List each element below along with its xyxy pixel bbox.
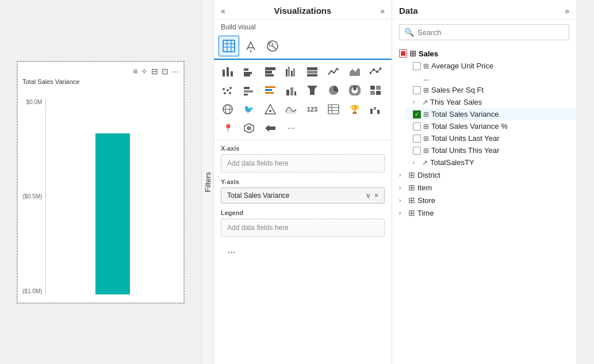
viz-icon-donut[interactable] (346, 81, 364, 99)
y-axis-chevron[interactable]: ∨ (366, 191, 371, 200)
filters-panel[interactable]: Filters (201, 0, 214, 364)
expand-time[interactable]: › (399, 210, 406, 216)
svg-rect-47 (370, 86, 375, 90)
viz-icon-globe[interactable] (219, 100, 237, 118)
viz-icon-100-bar[interactable] (303, 62, 321, 81)
viz-icon-scatter[interactable] (219, 81, 237, 99)
filter-icon[interactable]: ⊟ (151, 67, 158, 76)
viz-icon-bar2[interactable] (240, 81, 258, 99)
svg-rect-11 (231, 71, 233, 76)
field-average-unit-price[interactable]: ⊞ Average Unit Price (406, 60, 576, 72)
expand-this-year[interactable]: › (413, 99, 420, 105)
group-district[interactable]: › ⊞ District (392, 168, 576, 181)
svg-rect-40 (265, 92, 274, 94)
legend-dropzone[interactable]: Add data fields here (221, 219, 385, 237)
more-icon[interactable]: ··· (172, 67, 179, 76)
group-this-year-sales[interactable]: › ↗ This Year Sales (406, 96, 576, 108)
viz-icon-bird[interactable]: 🐦 (240, 100, 258, 118)
viz-icon-shape[interactable] (261, 100, 279, 118)
y-axis-filled[interactable]: Total Sales Variance ∨ × (221, 187, 385, 204)
viz-type-format[interactable] (240, 36, 261, 56)
viz-icon-arrows[interactable] (261, 119, 279, 137)
svg-rect-21 (293, 68, 295, 76)
svg-rect-12 (244, 68, 248, 71)
svg-rect-62 (377, 110, 380, 114)
viz-icon-trophy[interactable]: 🏆 (346, 100, 364, 118)
viz-icon-more[interactable]: ··· (282, 119, 300, 137)
group-store[interactable]: › ⊞ Store (392, 194, 576, 206)
cb-total-sales-var[interactable]: ✓ (413, 110, 421, 118)
viz-icon-123[interactable]: 123 (303, 100, 321, 118)
viz-type-analytics[interactable] (262, 36, 283, 56)
viz-icon-table2[interactable] (324, 100, 343, 118)
expand-icon[interactable]: ⊡ (162, 67, 168, 76)
field-total-units-this-year[interactable]: ⊞ Total Units This Year (406, 144, 576, 156)
viz-icon-matrix[interactable] (366, 81, 385, 99)
table-icon-district: ⊞ (408, 170, 415, 179)
field-total-sales-variance[interactable]: ✓ ⊞ Total Sales Variance (406, 108, 576, 120)
viz-icon-wave[interactable] (282, 100, 300, 118)
cb-tuty[interactable] (413, 147, 421, 155)
viz-icon-line[interactable] (324, 62, 343, 81)
field-total-units-last-year[interactable]: ⊞ Total Units Last Year (406, 132, 576, 144)
group-item[interactable]: › ⊞ Item (392, 181, 576, 194)
group-time[interactable]: › ⊞ Time (392, 206, 576, 219)
cb-sales-per-sq[interactable] (413, 86, 421, 94)
field-label-dots: ... (423, 74, 430, 82)
viz-icon-stacked-bar[interactable] (261, 62, 279, 81)
cb-average-unit-price[interactable] (413, 62, 421, 70)
cb-tsv-pct[interactable] (413, 122, 421, 131)
field-icon-tuty: ⊞ (423, 147, 429, 155)
viz-type-icons-row (214, 33, 392, 60)
chart-bar (95, 133, 130, 294)
svg-rect-16 (265, 71, 272, 74)
expand-store[interactable]: › (399, 197, 406, 204)
viz-icon-bar[interactable] (219, 62, 237, 81)
viz-collapse-btn[interactable]: « (221, 6, 225, 16)
x-axis-dropzone[interactable]: Add data fields here (221, 154, 385, 173)
viz-icon-map-pin[interactable]: 📍 (219, 119, 237, 137)
field-label-tsv-pct: Total Sales Variance % (431, 122, 508, 131)
data-search-box[interactable]: 🔍 (399, 24, 569, 40)
expand-district[interactable]: › (399, 172, 406, 178)
viz-icon-column[interactable] (240, 62, 258, 81)
sales-group-header[interactable]: ⊞ Sales (392, 47, 576, 60)
sales-checkbox-red[interactable] (399, 49, 407, 58)
field-dots[interactable]: ... (406, 72, 576, 84)
svg-rect-49 (370, 91, 375, 95)
viz-icon-column2[interactable] (282, 81, 300, 99)
viz-icon-pie[interactable] (324, 81, 343, 99)
svg-rect-38 (265, 86, 275, 88)
cb-tuly[interactable] (413, 135, 421, 143)
svg-rect-17 (265, 74, 274, 76)
y-axis-remove[interactable]: × (374, 191, 378, 200)
viz-expand-btn[interactable]: » (380, 6, 385, 16)
viz-icon-line2[interactable] (366, 62, 385, 81)
svg-rect-60 (370, 109, 373, 114)
svg-point-33 (223, 88, 225, 90)
viz-type-table[interactable] (219, 36, 239, 56)
expand-item[interactable]: › (399, 185, 406, 191)
viz-icon-cluster-bar[interactable] (282, 62, 300, 81)
viz-icon-waterfall[interactable] (366, 100, 385, 118)
data-expand-btn[interactable]: » (565, 6, 569, 16)
group-total-sales-ty[interactable]: › ↗ TotalSalesTY (406, 156, 576, 168)
viz-icon-multirow[interactable] (261, 81, 279, 99)
expand-total-sales-ty[interactable]: › (413, 159, 420, 166)
field-sales-per-sq-ft[interactable]: ⊞ Sales Per Sq Ft (406, 84, 576, 96)
format-icon[interactable]: ≡ (133, 67, 137, 76)
viz-icon-area[interactable] (346, 62, 364, 81)
svg-rect-48 (376, 86, 381, 90)
field-total-sales-variance-pct[interactable]: ⊞ Total Sales Variance % (406, 120, 576, 132)
viz-icon-funnel[interactable] (303, 81, 321, 99)
svg-rect-20 (291, 71, 293, 76)
viz-more-btn[interactable]: ... (221, 243, 385, 258)
svg-point-31 (227, 89, 229, 91)
search-input[interactable] (417, 28, 564, 37)
viz-icon-hexbin[interactable] (240, 119, 258, 137)
visualizations-panel: « Visualizations » Build visual (214, 0, 392, 364)
svg-rect-43 (294, 91, 296, 95)
y-axis-label: Y-axis (221, 178, 385, 185)
pin-icon[interactable]: ✧ (141, 67, 148, 76)
data-panel: Data » 🔍 ⊞ Sales ⊞ Average Unit Price ..… (392, 0, 576, 364)
